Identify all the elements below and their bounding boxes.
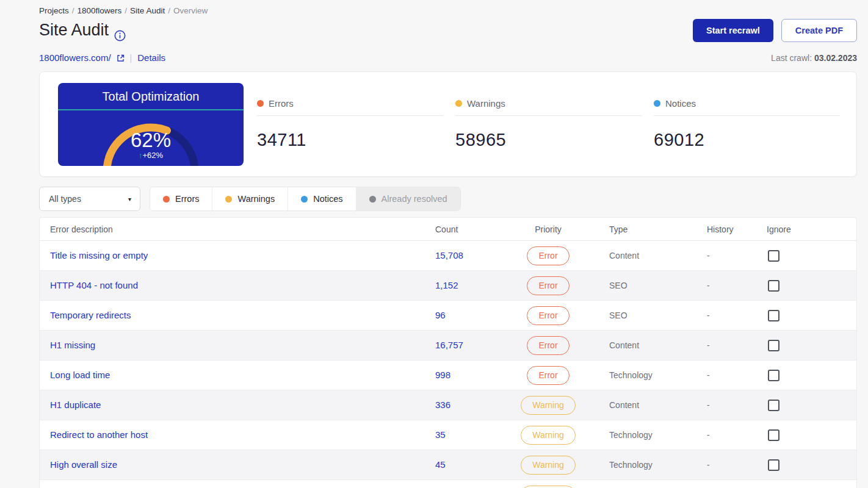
issue-count-link[interactable]: 336 <box>435 400 450 410</box>
table-body: Title is missing or empty 15,708 Error C… <box>40 241 856 488</box>
priority-badge: Warning <box>521 426 576 445</box>
table-row: High overall size 45 Warning Technology … <box>40 450 856 480</box>
issue-description-link[interactable]: High overall size <box>50 459 117 470</box>
table-row: HTTP 404 - not found 1,152 Error SEO - <box>40 271 856 301</box>
breadcrumb-separator: / <box>168 6 170 15</box>
issue-description-link[interactable]: Temporary redirects <box>50 310 131 320</box>
priority-badge: Error <box>527 306 569 325</box>
page-title: Site Audit <box>39 19 126 41</box>
issue-count-link[interactable]: 45 <box>435 459 446 470</box>
filter-segment-already-resolved-label: Already resolved <box>382 194 447 204</box>
warnings-dot-icon <box>225 196 232 203</box>
column-header-type: Type <box>609 224 707 234</box>
ignore-checkbox[interactable] <box>768 250 779 262</box>
issue-description-link[interactable]: Long load time <box>50 370 110 380</box>
info-icon[interactable] <box>114 25 126 37</box>
breadcrumb-projects[interactable]: Projects <box>39 6 69 15</box>
ignore-checkbox[interactable] <box>768 429 779 441</box>
audited-domain-link[interactable]: 1800flowers.com/ <box>39 52 111 63</box>
column-header-priority: Priority <box>487 224 609 234</box>
issue-description-link[interactable]: H1 duplicate <box>50 400 101 410</box>
priority-badge: Error <box>527 276 569 295</box>
stat-errors-value: 34711 <box>257 130 443 150</box>
issue-description-link[interactable]: HTTP 404 - not found <box>50 280 138 290</box>
filter-segment-warnings-label: Warnings <box>237 194 275 204</box>
filter-segment-errors[interactable]: Errors <box>150 187 212 210</box>
summary-card: Total Optimization 62% ↑+62% Errors 34 <box>39 71 857 177</box>
ignore-checkbox[interactable] <box>768 340 779 351</box>
table-row: Warning <box>40 480 856 488</box>
breadcrumb-site-audit[interactable]: Site Audit <box>130 6 165 15</box>
issue-history: - <box>707 370 767 380</box>
ignore-checkbox[interactable] <box>768 280 779 292</box>
priority-badge: Warning <box>521 486 576 488</box>
issues-table: Error description Count Priority Type Hi… <box>39 217 857 488</box>
errors-dot-icon <box>163 196 170 203</box>
table-row: Long load time 998 Error Technology - <box>40 361 856 390</box>
column-header-count: Count <box>435 224 487 234</box>
issue-history: - <box>707 460 767 470</box>
chevron-down-icon: ▾ <box>128 196 131 203</box>
breadcrumb-separator: / <box>125 6 127 15</box>
external-link-icon[interactable] <box>117 54 125 62</box>
stat-notices-label: Notices <box>665 98 696 109</box>
priority-badge: Error <box>527 366 569 385</box>
issue-count-link[interactable]: 15,708 <box>435 250 463 260</box>
issue-description-link[interactable]: Redirect to another host <box>50 429 148 440</box>
table-row: H1 missing 16,757 Error Content - <box>40 331 856 361</box>
last-crawl-date: 03.02.2023 <box>814 53 857 63</box>
stat-errors: Errors 34711 <box>257 98 443 176</box>
issue-history: - <box>707 430 767 440</box>
priority-badge: Error <box>527 336 569 355</box>
resolved-dot-icon <box>369 196 376 203</box>
filter-segment-errors-label: Errors <box>175 194 199 204</box>
stat-warnings: Warnings 58965 <box>455 98 642 176</box>
filter-segment-notices-label: Notices <box>313 194 342 204</box>
stat-warnings-value: 58965 <box>455 130 642 150</box>
column-header-ignore: Ignore <box>767 224 856 234</box>
column-header-error-description: Error description <box>50 224 435 234</box>
ignore-checkbox[interactable] <box>768 370 779 381</box>
details-link[interactable]: Details <box>137 52 165 63</box>
ignore-checkbox[interactable] <box>768 310 779 321</box>
filter-segment-already-resolved[interactable]: Already resolved <box>356 187 460 210</box>
issue-history: - <box>707 400 767 410</box>
type-filter-dropdown[interactable]: All types ▾ <box>39 187 140 211</box>
breadcrumb-project-1800flowers[interactable]: 1800flowers <box>78 6 122 15</box>
type-filter-value: All types <box>49 194 81 204</box>
breadcrumb: Projects/1800flowers/Site Audit/Overview <box>39 0 857 15</box>
notices-dot-icon <box>301 196 308 203</box>
issue-history: - <box>707 281 767 290</box>
issue-type: Technology <box>609 460 707 470</box>
stat-errors-label: Errors <box>269 98 294 109</box>
gauge-delta-value: +62% <box>142 151 163 160</box>
issue-description-link[interactable]: H1 missing <box>50 340 95 350</box>
issue-type: Content <box>609 400 707 410</box>
priority-badge: Error <box>527 246 569 265</box>
priority-badge: Warning <box>521 456 576 475</box>
issue-description-link[interactable]: Title is missing or empty <box>50 250 148 260</box>
issue-count-link[interactable]: 998 <box>435 370 450 380</box>
issue-type: Content <box>609 340 707 350</box>
column-header-history: History <box>707 224 767 234</box>
issue-count-link[interactable]: 16,757 <box>435 340 463 350</box>
errors-dot-icon <box>257 100 264 107</box>
issue-count-link[interactable]: 35 <box>435 429 446 440</box>
filter-segment-warnings[interactable]: Warnings <box>212 187 288 210</box>
link-divider: | <box>130 53 132 63</box>
gauge-delta: ↑+62% <box>58 151 244 160</box>
create-pdf-button[interactable]: Create PDF <box>781 19 857 42</box>
issue-count-link[interactable]: 96 <box>435 310 446 320</box>
ignore-checkbox[interactable] <box>768 400 779 411</box>
issue-type: SEO <box>609 281 707 290</box>
stat-warnings-label: Warnings <box>467 98 505 109</box>
start-recrawl-button[interactable]: Start recrawl <box>693 19 773 42</box>
gauge-percent-value: 62% <box>58 130 244 150</box>
ignore-checkbox[interactable] <box>768 459 779 471</box>
filter-segment-notices[interactable]: Notices <box>288 187 356 210</box>
issue-type: Technology <box>609 430 707 440</box>
issue-history: - <box>707 310 767 320</box>
issue-count-link[interactable]: 1,152 <box>435 280 458 290</box>
last-crawl: Last crawl: 03.02.2023 <box>771 53 857 63</box>
issue-type: Technology <box>609 370 707 380</box>
